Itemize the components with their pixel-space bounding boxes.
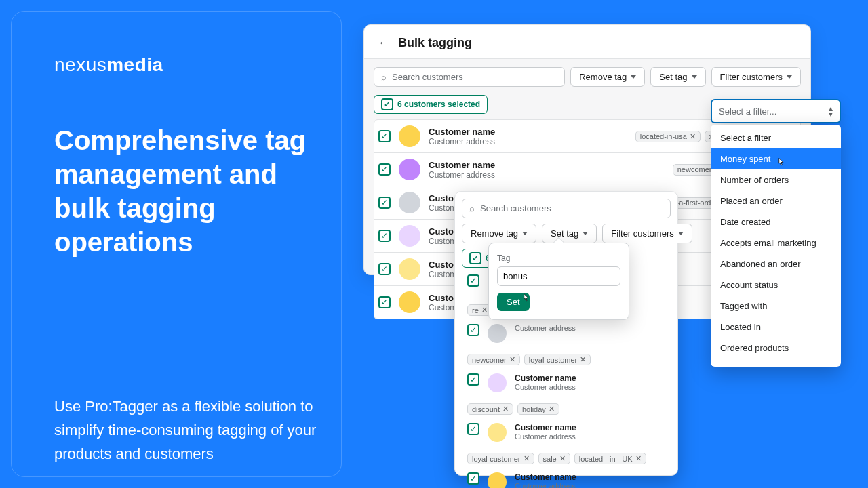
avatar — [399, 258, 420, 280]
filter-option[interactable]: Located in — [711, 317, 841, 338]
set-tag-button[interactable]: Set tag — [542, 224, 597, 243]
set-tag-button[interactable]: Set tag — [650, 67, 705, 87]
customer-address: Customer address — [515, 482, 665, 488]
tag-chip[interactable]: loyal-customer ✕ — [524, 354, 591, 365]
customer-name: Customer name — [515, 472, 665, 482]
tag-input[interactable] — [497, 266, 620, 286]
remove-tag-button[interactable]: Remove tag — [462, 224, 536, 243]
brand-prefix: nexus — [54, 54, 106, 75]
filter-dropdown: Select a filterMoney spentNumber of orde… — [711, 125, 841, 367]
avatar — [399, 225, 420, 247]
row-checkbox[interactable]: ✓ — [467, 373, 479, 386]
table-row[interactable]: ✓Customer nameCustomer addressxmas ✕ — [465, 468, 668, 488]
table-row[interactable]: ✓Customer addressnewcomer ✕loyal-custome… — [465, 320, 668, 369]
row-checkbox[interactable]: ✓ — [467, 472, 479, 485]
customer-address: Customer address — [515, 324, 665, 332]
selection-pill[interactable]: ✓ 6 customers selected — [374, 95, 488, 114]
chevron-down-icon — [583, 232, 588, 235]
tag-chip[interactable]: discount ✕ — [467, 403, 513, 415]
filter-option[interactable]: Date created — [711, 211, 841, 232]
row-checkbox[interactable]: ✓ — [378, 130, 391, 142]
customer-address: Customer address — [429, 170, 665, 180]
row-checkbox[interactable]: ✓ — [378, 230, 391, 242]
tag-chip[interactable]: sale ✕ — [538, 453, 570, 464]
set-tag-popover: Tag Set — [488, 243, 629, 320]
avatar — [488, 423, 507, 442]
filter-option[interactable]: Money spent — [711, 148, 841, 169]
customer-address: Customer address — [515, 432, 665, 441]
select-arrows-icon: ▴▾ — [829, 106, 833, 117]
remove-tag-icon[interactable]: ✕ — [502, 405, 509, 413]
customer-name: Customer name — [515, 423, 665, 432]
headline: Comprehensive tag management and bulk ta… — [54, 123, 326, 259]
remove-tag-icon[interactable]: ✕ — [580, 355, 586, 364]
remove-tag-icon[interactable]: ✕ — [524, 454, 530, 463]
table-row[interactable]: ✓Customer nameCustomer addressdiscount ✕… — [465, 369, 668, 419]
filter-option[interactable]: Accepts email marketing — [711, 232, 841, 253]
avatar — [399, 125, 420, 147]
row-checkbox[interactable]: ✓ — [467, 274, 479, 287]
filter-option[interactable]: Placed an order — [711, 190, 841, 211]
row-checkbox[interactable]: ✓ — [467, 423, 479, 435]
filter-select[interactable]: Select a filter... ▴▾ — [711, 99, 841, 123]
back-arrow-icon[interactable]: ← — [378, 36, 390, 50]
filter-option[interactable]: Select a filter — [711, 127, 841, 148]
tag-chip[interactable]: loyal-customer ✕ — [467, 453, 534, 464]
chevron-down-icon — [692, 75, 697, 79]
subcopy: Use Pro:Tagger as a flexible solution to… — [54, 394, 326, 466]
remove-tag-button[interactable]: Remove tag — [570, 67, 645, 87]
search-icon: ⌕ — [381, 72, 387, 82]
remove-tag-icon[interactable]: ✕ — [481, 306, 488, 314]
filter-option[interactable]: Account status — [711, 274, 841, 296]
set-button[interactable]: Set — [497, 293, 530, 311]
brand-logo: nexusmedia — [54, 54, 326, 76]
page-title: Bulk tagging — [398, 36, 472, 50]
customer-name: Customer name — [429, 127, 627, 137]
row-checkbox[interactable]: ✓ — [378, 263, 391, 275]
chevron-down-icon — [631, 75, 636, 79]
marketing-panel: nexusmedia Comprehensive tag management … — [0, 0, 353, 488]
filter-option[interactable]: Tagged with — [711, 296, 841, 317]
avatar — [488, 373, 507, 392]
row-checkbox[interactable]: ✓ — [378, 296, 391, 308]
tag-chip[interactable]: located - in - UK ✕ — [574, 453, 646, 464]
chevron-down-icon — [522, 232, 528, 235]
tag-chip[interactable]: holiday ✕ — [517, 403, 559, 415]
filter-customers-button[interactable]: Filter customers — [711, 67, 801, 87]
check-icon: ✓ — [381, 98, 393, 110]
remove-tag-icon[interactable]: ✕ — [549, 405, 555, 413]
tag-chip[interactable]: located-in-usa ✕ — [635, 131, 701, 142]
brand-bold: media — [106, 54, 163, 75]
remove-tag-icon[interactable]: ✕ — [635, 454, 642, 463]
row-checkbox[interactable]: ✓ — [467, 324, 479, 336]
avatar — [399, 192, 420, 214]
row-checkbox[interactable]: ✓ — [378, 163, 391, 176]
avatar — [399, 159, 420, 180]
bulk-tagging-panel-overlay: ⌕ Search customers Remove tag Set tag Fi… — [454, 191, 678, 476]
avatar — [488, 324, 507, 343]
search-input[interactable]: ⌕ Search customers — [462, 199, 671, 218]
check-icon: ✓ — [469, 252, 481, 264]
remove-tag-icon[interactable]: ✕ — [509, 355, 515, 364]
customer-address: Customer address — [515, 383, 665, 391]
tag-chip[interactable]: newcomer ✕ — [467, 354, 520, 365]
customer-name: Customer name — [515, 373, 665, 383]
avatar — [488, 472, 507, 488]
tag-input-label: Tag — [497, 253, 510, 263]
filter-option[interactable]: Abandoned an order — [711, 253, 841, 274]
remove-tag-icon[interactable]: ✕ — [559, 454, 566, 463]
search-icon: ⌕ — [469, 203, 475, 214]
filter-option[interactable]: Ordered products — [711, 338, 841, 359]
avatar — [399, 291, 420, 313]
filter-customers-button[interactable]: Filter customers — [602, 224, 692, 243]
remove-tag-icon[interactable]: ✕ — [690, 132, 696, 141]
row-checkbox[interactable]: ✓ — [378, 197, 391, 209]
chevron-down-icon — [678, 232, 684, 235]
search-input[interactable]: ⌕ Search customers — [374, 67, 565, 87]
customer-name: Customer name — [429, 160, 665, 170]
chevron-down-icon — [787, 75, 792, 79]
customer-address: Customer address — [429, 137, 627, 146]
table-row[interactable]: ✓Customer nameCustomer addressloyal-cust… — [465, 419, 668, 468]
filter-option[interactable]: Number of orders — [711, 169, 841, 190]
